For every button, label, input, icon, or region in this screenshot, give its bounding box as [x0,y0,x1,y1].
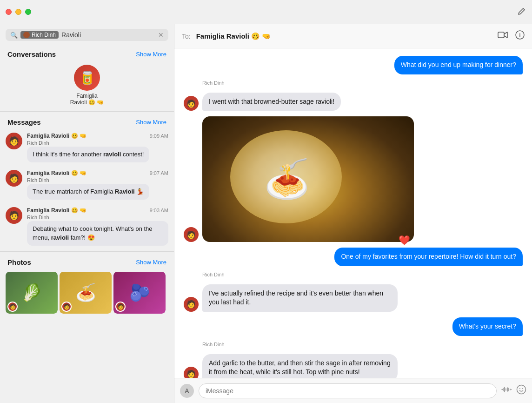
photos-header: Photos Show More [0,254,174,269]
photos-show-more[interactable]: Show More [136,259,166,266]
bubble-out-5: What's your secret? [452,317,523,336]
photos-grid: 🥬 🧑 🍝 🧑 🫐 🧑 [0,269,174,319]
messages-title: Messages [7,118,41,126]
photo-avatar-3: 🧑 [115,302,126,312]
svg-point-3 [519,388,520,389]
msg-content-2: Famiglia Ravioli 🥴 🤜 9:07 AM Rich Dinh T… [27,170,168,200]
message-item-2[interactable]: 🧑 Famiglia Ravioli 🥴 🤜 9:07 AM Rich Dinh… [0,166,174,203]
photo-thumb-1[interactable]: 🥬 🧑 [6,272,58,314]
bubble-avatar-img: 🧑 [184,227,199,242]
message-item-1[interactable]: 🧑 Famiglia Ravioli 🥴 🤜 9:09 AM Rich Dinh… [0,129,174,166]
to-label: To: [182,33,191,40]
msg-time-3: 9:03 AM [150,208,168,213]
audio-waveform-icon[interactable] [501,386,512,396]
photo-thumb-2[interactable]: 🍝 🧑 [60,272,112,314]
chat-recipient: Famiglia Ravioli 🥴 🤜 [196,32,494,40]
msg-bubble-1: I think it's time for another ravioli co… [27,147,149,162]
search-chip: Rich Dinh [20,31,59,39]
messages-header: Messages Show More [0,114,174,129]
image-bubble-wrap: ❤️ [202,116,414,242]
messages-area: What did you end up making for dinner? R… [174,48,532,378]
sender-label-2: Rich Dinh [202,272,523,277]
bubble-avatar-6: 🧑 [184,367,199,378]
sidebar: 🔍 Rich Dinh ✕ Conversations Show More 🥫 … [0,24,174,403]
messages-show-more[interactable]: Show More [136,119,166,126]
search-bar[interactable]: 🔍 Rich Dinh ✕ [6,29,168,41]
info-icon[interactable] [515,30,525,42]
conv-name: FamigliaRavioli 🥴 🤜 [70,93,104,106]
bubble-in-4: I've actually refined the recipe and it'… [202,284,398,312]
fullscreen-button[interactable] [25,9,31,15]
msg-sub-3: Rich Dinh [27,215,168,220]
bubble-row-img: 🧑 ❤️ [184,116,523,242]
main-container: 🔍 Rich Dinh ✕ Conversations Show More 🥫 … [0,24,532,403]
chip-avatar [23,32,30,38]
photos-title: Photos [7,258,31,266]
minimize-button[interactable] [15,9,21,15]
emoji-icon[interactable] [516,384,526,397]
msg-sub-2: Rich Dinh [27,177,168,183]
msg-sub-1: Rich Dinh [27,140,168,146]
compose-icon[interactable] [517,7,526,18]
message-input[interactable] [199,383,497,398]
search-input[interactable] [61,31,155,39]
bubble-row-1: What did you end up making for dinner? [184,56,523,74]
msg-sender-group-1: Famiglia Ravioli 🥴 🤜 [27,133,86,139]
chat-header-icons [498,30,525,42]
chip-label: Rich Dinh [32,32,56,38]
titlebar [0,0,532,24]
conv-avatar: 🥫 [74,65,100,91]
image-reaction: ❤️ [399,235,410,246]
bubble-row-5: What's your secret? [184,317,523,336]
message-item-3[interactable]: 🧑 Famiglia Ravioli 🥴 🤜 9:03 AM Rich Dinh… [0,203,174,249]
close-button[interactable] [6,9,12,15]
divider-2 [0,251,174,252]
bubble-row-4: 🧑 I've actually refined the recipe and i… [184,284,523,312]
bubble-row-2: 🧑 I went with that browned-butter sage r… [184,93,523,111]
sender-label-1: Rich Dinh [202,80,523,86]
photo-avatar-1: 🧑 [7,302,18,312]
msg-content-3: Famiglia Ravioli 🥴 🤜 9:03 AM Rich Dinh D… [27,207,168,245]
divider-1 [0,111,174,112]
traffic-lights [6,9,31,15]
sender-label-3: Rich Dinh [202,342,523,347]
bubble-avatar-4: 🧑 [184,297,199,312]
msg-bubble-3: Debating what to cook tonight. What's on… [27,221,168,245]
bubble-out-1: What did you end up making for dinner? [394,56,523,74]
search-icon: 🔍 [10,32,18,39]
conversations-header: Conversations Show More [0,46,174,61]
bubble-row-6: 🧑 Add garlic to the butter, and then sti… [184,354,523,378]
conversation-item-famiglia[interactable]: 🥫 FamigliaRavioli 🥴 🤜 [0,61,174,109]
svg-point-2 [517,385,526,394]
bubble-row-3: One of my favorites from your repertoire… [184,248,523,266]
conversations-show-more[interactable]: Show More [136,51,166,58]
app-store-button[interactable]: A [180,384,194,398]
msg-sender-group-3: Famiglia Ravioli 🥴 🤜 [27,207,86,214]
msg-time-2: 9:07 AM [150,170,168,176]
conversations-title: Conversations [7,50,56,58]
msg-bubble-2: The true matriarch of Famiglia Ravioli 💃 [27,184,149,200]
msg-sender-group-2: Famiglia Ravioli 🥴 🤜 [27,170,86,176]
bubble-in-6: Add garlic to the butter, and then stir … [202,354,398,378]
chat-header: To: Famiglia Ravioli 🥴 🤜 [174,24,532,48]
video-call-icon[interactable] [498,31,508,41]
msg-content-1: Famiglia Ravioli 🥴 🤜 9:09 AM Rich Dinh I… [27,133,168,162]
photo-thumb-3[interactable]: 🫐 🧑 [113,272,166,314]
search-clear-button[interactable]: ✕ [158,31,164,39]
photo-avatar-2: 🧑 [61,302,72,312]
svg-rect-0 [498,32,504,38]
msg-avatar-2: 🧑 [6,170,22,187]
bubble-in-2: I went with that browned-butter sage rav… [202,93,341,111]
svg-point-4 [522,388,523,389]
msg-time-1: 9:09 AM [150,133,168,139]
bubble-avatar-2: 🧑 [184,96,199,111]
input-bar: A [174,378,532,403]
bubble-out-3: One of my favorites from your repertoire… [334,248,523,266]
chat-panel: To: Famiglia Ravioli 🥴 🤜 [174,24,532,403]
msg-avatar-1: 🧑 [6,133,22,149]
ravioli-image[interactable] [202,116,414,242]
msg-avatar-3: 🧑 [6,207,22,224]
